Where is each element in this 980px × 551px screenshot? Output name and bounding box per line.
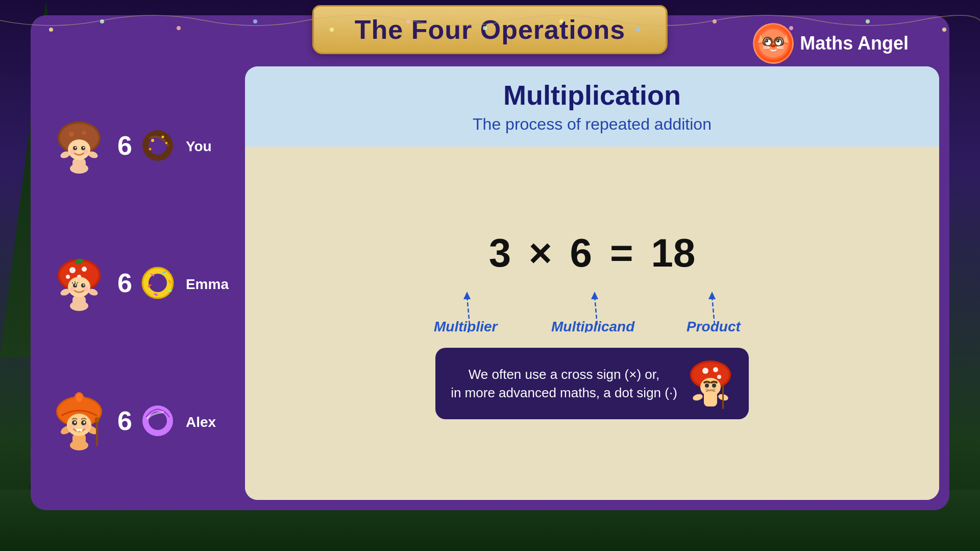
svg-point-47 [69,267,76,273]
svg-marker-93 [463,292,471,299]
note-mascot [688,358,733,409]
svg-point-50 [66,275,70,279]
emma-name: Emma [186,276,229,293]
equation-area: 3 × 6 = 18 [245,147,939,500]
svg-point-107 [713,367,718,372]
svg-point-11 [765,39,768,42]
alex-donut-row: 6 [117,403,176,439]
you-donut-row: 6 [117,128,176,163]
logo-area: Maths Angel [753,23,909,64]
svg-point-89 [94,417,100,422]
svg-point-39 [165,142,167,144]
svg-point-63 [149,274,167,292]
page-title: The Four Operations [355,14,625,45]
svg-marker-95 [591,292,598,299]
svg-point-26 [69,132,74,137]
alex-name-label: Alex [186,412,216,430]
svg-point-83 [83,421,85,423]
svg-point-34 [83,149,88,154]
you-count: 6 [117,130,132,161]
alex-name: Alex [186,414,216,430]
svg-point-33 [70,149,75,154]
svg-point-12 [776,39,779,42]
you-name-label: You [186,136,212,155]
svg-point-31 [75,147,77,148]
svg-point-86 [69,424,75,430]
svg-point-15 [771,44,776,47]
svg-point-14 [777,40,778,41]
you-name: You [186,138,212,155]
svg-rect-85 [80,429,82,432]
title-banner: The Four Operations [312,5,668,54]
emma-donut [140,265,176,301]
you-donut [140,128,176,163]
svg-marker-97 [708,292,716,299]
alex-avatar [51,393,107,449]
svg-text:Multiplicand: Multiplicand [551,319,635,332]
svg-point-32 [83,147,85,148]
svg-point-111 [712,384,716,388]
emma-count: 6 [117,268,132,298]
character-emma: 6 Emma [41,250,235,316]
svg-rect-21 [72,158,86,171]
content-row: 6 You [41,66,939,500]
svg-point-56 [83,284,85,286]
eq-operator: × [529,230,552,276]
svg-point-78 [76,394,82,402]
right-panel: Multiplication The process of repeated a… [245,66,939,500]
svg-rect-42 [72,296,86,308]
svg-point-109 [700,378,721,396]
svg-point-37 [151,139,154,142]
emma-donut-row: 6 [117,265,176,301]
svg-point-38 [161,135,164,138]
eq-num1: 3 [489,230,511,276]
note-text: We often use a cross sign (×) or, in mor… [451,365,677,402]
svg-point-82 [74,421,76,423]
svg-point-57 [70,286,75,292]
character-alex: 6 Alex [41,388,235,454]
svg-point-36 [149,136,167,155]
character-you: 6 You [41,112,235,179]
svg-rect-84 [77,429,79,432]
svg-rect-88 [96,421,98,446]
svg-point-48 [82,267,87,272]
svg-point-27 [82,131,86,135]
eq-equals: = [610,230,633,276]
svg-point-106 [702,368,708,374]
logo-text: Maths Angel [800,33,909,54]
multiplication-subtitle: The process of repeated addition [265,115,919,134]
alex-count: 6 [117,405,132,436]
logo-avatar [753,23,794,64]
svg-point-13 [766,40,767,41]
svg-text:Multiplier: Multiplier [434,319,499,332]
emma-name-label: Emma [186,274,229,293]
svg-point-55 [75,284,77,286]
multiplication-title: Multiplication [265,79,919,111]
emma-avatar [51,255,107,311]
eq-num2: 6 [570,230,592,276]
svg-point-108 [717,375,721,379]
svg-text:Product: Product [687,319,741,332]
svg-point-102 [692,393,703,402]
svg-point-58 [83,286,88,292]
alex-donut [140,403,176,439]
svg-point-40 [149,148,151,150]
svg-point-110 [705,384,709,388]
main-container: The Four Operations [31,15,949,510]
you-avatar [51,117,107,174]
svg-point-87 [83,424,89,430]
multiplication-header: Multiplication The process of repeated a… [245,66,939,147]
equation-row: 3 × 6 = 18 [489,230,696,276]
eq-result: 18 [651,230,696,276]
note-box: We often use a cross sign (×) or, in mor… [435,348,749,419]
arrows-labels: Multiplier Multiplicand Product [265,286,919,332]
left-panel: 6 You [41,66,235,500]
svg-rect-112 [722,384,724,409]
